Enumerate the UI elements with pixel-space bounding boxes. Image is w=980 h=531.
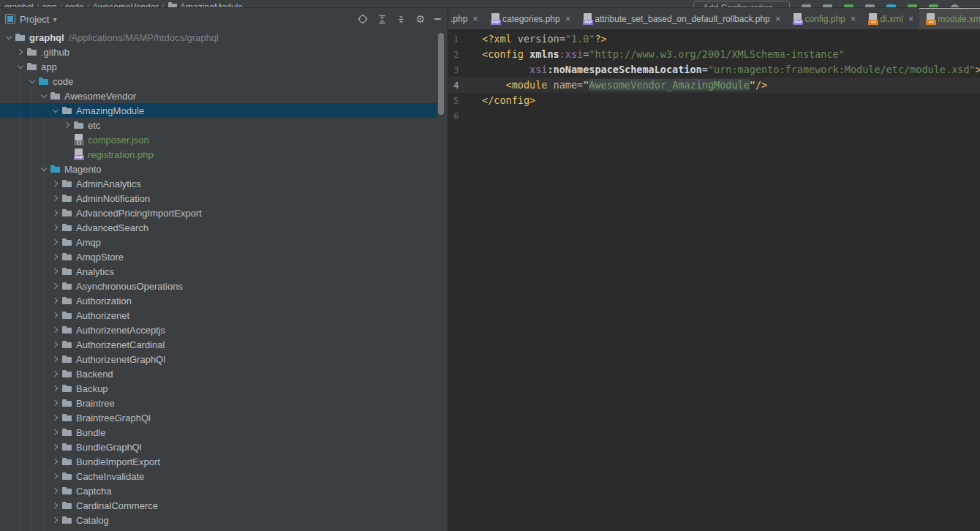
chevron-right-icon[interactable] — [50, 381, 61, 396]
tree-item-AmazingModule[interactable]: AmazingModule — [0, 103, 448, 118]
tree-item-AuthorizenetGraphQl[interactable]: AuthorizenetGraphQl — [0, 352, 448, 366]
tree-item-Braintree[interactable]: Braintree — [0, 396, 448, 410]
breadcrumb-item[interactable]: AwesomeVendor — [92, 2, 159, 8]
tree-item-graphql[interactable]: graphql/Applications/MAMP/htdocs/graphql — [0, 30, 448, 45]
breadcrumb-item[interactable]: graphql — [4, 2, 34, 8]
tree-item-AuthorizenetAcceptjs[interactable]: AuthorizenetAcceptjs — [0, 323, 448, 337]
chevron-right-icon[interactable] — [50, 483, 61, 498]
chevron-right-icon[interactable] — [50, 396, 61, 410]
chevron-right-icon[interactable] — [50, 235, 61, 249]
chevron-right-icon[interactable] — [50, 249, 61, 264]
chevron-down-icon[interactable] — [26, 74, 38, 88]
tree-item-composer.json[interactable]: composer.json — [0, 132, 448, 147]
tree-item-AdminNotification[interactable]: AdminNotification — [0, 191, 448, 206]
chevron-down-icon[interactable] — [38, 162, 50, 176]
dropdown-caret-icon[interactable]: ▾ — [53, 15, 56, 23]
tree-item-AdminAnalytics[interactable]: AdminAnalytics — [0, 176, 448, 191]
settings-gear-icon[interactable]: ⚙ — [415, 15, 425, 24]
tree-item-code[interactable]: code — [0, 74, 448, 88]
code-line-5[interactable]: 5</config> — [448, 93, 980, 108]
chevron-right-icon[interactable] — [50, 527, 61, 531]
close-icon[interactable]: × — [565, 14, 571, 23]
tree-item-AsynchronousOperations[interactable]: AsynchronousOperations — [0, 279, 448, 293]
tree-item-BundleImportExport[interactable]: BundleImportExport — [0, 454, 448, 469]
close-icon[interactable]: × — [908, 14, 914, 23]
tree-item-AwesomeVendor[interactable]: AwesomeVendor — [0, 88, 448, 103]
chevron-right-icon[interactable] — [50, 440, 61, 454]
tree-item-registration.php[interactable]: registration.php — [0, 147, 448, 162]
tree-item-CacheInvalidate[interactable]: CacheInvalidate — [0, 469, 448, 483]
chevron-right-icon[interactable] — [50, 220, 61, 235]
tab-categories.php[interactable]: categories.php× — [484, 8, 576, 29]
breadcrumb-item[interactable]: app — [42, 2, 56, 8]
chevron-right-icon[interactable] — [50, 293, 61, 308]
tree-item-Bundle[interactable]: Bundle — [0, 425, 448, 440]
tab-attribute_set_based_on_default_rollback.php[interactable]: attribute_set_based_on_default_rollback.… — [576, 8, 786, 29]
tree-item-Authorization[interactable]: Authorization — [0, 293, 448, 308]
locate-icon[interactable] — [358, 14, 368, 24]
code-line-6[interactable]: 6 — [448, 108, 980, 124]
chevron-right-icon[interactable] — [50, 337, 61, 352]
tree-item-.github[interactable]: .github — [0, 45, 448, 59]
hide-panel-icon[interactable] — [434, 18, 441, 20]
close-icon[interactable]: × — [851, 14, 856, 23]
chevron-right-icon[interactable] — [50, 498, 61, 513]
code-line-4[interactable]: 4 <module name="AwesomeVendor_AmazingMod… — [448, 78, 980, 93]
code-editor[interactable]: 1<?xml version="1.0"?>2<config xmlns:xsi… — [448, 30, 980, 531]
chevron-right-icon[interactable] — [50, 206, 61, 220]
tree-item-Catalog[interactable]: Catalog — [0, 513, 448, 527]
tab-di.xml[interactable]: di.xml× — [862, 8, 919, 29]
chevron-down-icon[interactable] — [38, 88, 50, 103]
tree-item-Amqp[interactable]: Amqp — [0, 235, 448, 249]
chevron-right-icon[interactable] — [50, 191, 61, 206]
breadcrumb-item[interactable]: AmazingModule — [180, 2, 243, 8]
chevron-right-icon[interactable] — [50, 454, 61, 469]
chevron-right-icon[interactable] — [50, 410, 61, 425]
code-line-2[interactable]: 2<config xmlns:xsi="http://www.w3.org/20… — [448, 47, 980, 62]
tree-item-AuthorizenetCardinal[interactable]: AuthorizenetCardinal — [0, 337, 448, 352]
breadcrumb-item[interactable]: code — [65, 2, 84, 8]
tree-item-app[interactable]: app — [0, 59, 448, 74]
tree-item-Authorizenet[interactable]: Authorizenet — [0, 308, 448, 323]
tree-item-BundleGraphQl[interactable]: BundleGraphQl — [0, 440, 448, 454]
tree-item-etc[interactable]: etc — [0, 118, 448, 132]
chevron-right-icon[interactable] — [50, 323, 61, 337]
chevron-down-icon[interactable] — [3, 30, 15, 45]
chevron-right-icon[interactable] — [50, 469, 61, 483]
tree-item-CardinalCommerce[interactable]: CardinalCommerce — [0, 498, 448, 513]
chevron-right-icon[interactable] — [50, 279, 61, 293]
project-panel-title[interactable]: Project — [20, 14, 49, 25]
tree-item-AdvancedPricingImportExport[interactable]: AdvancedPricingImportExport — [0, 206, 448, 220]
tree-item-Backend[interactable]: Backend — [0, 366, 448, 381]
tree-item-AdvancedSearch[interactable]: AdvancedSearch — [0, 220, 448, 235]
tree-item-Backup[interactable]: Backup — [0, 381, 448, 396]
tree-item-AmqpStore[interactable]: AmqpStore — [0, 249, 448, 264]
chevron-right-icon[interactable] — [61, 118, 73, 132]
tab-php[interactable]: .php× — [448, 8, 484, 29]
chevron-down-icon[interactable] — [15, 59, 26, 74]
chevron-right-icon[interactable] — [50, 352, 61, 366]
tree-item-CatalogAnalytics[interactable]: CatalogAnalytics — [0, 527, 448, 531]
chevron-right-icon[interactable] — [50, 425, 61, 440]
tree-item-Magento[interactable]: Magento — [0, 162, 448, 176]
tree-scrollbar-thumb[interactable] — [438, 33, 444, 115]
add-configuration-button[interactable]: Add Configuration... — [693, 1, 790, 8]
chevron-right-icon[interactable] — [50, 264, 61, 279]
collapse-all-icon[interactable] — [396, 15, 406, 24]
chevron-right-icon[interactable] — [50, 513, 61, 527]
chevron-right-icon[interactable] — [50, 308, 61, 323]
chevron-right-icon[interactable] — [50, 176, 61, 191]
tab-config.php[interactable]: config.php× — [786, 8, 862, 29]
code-line-3[interactable]: 3 xsi:noNamespaceSchemaLocation="urn:mag… — [448, 62, 980, 78]
expand-all-icon[interactable] — [377, 15, 387, 24]
tab-module.xml[interactable]: module.xml× — [919, 8, 980, 29]
close-icon[interactable]: × — [775, 14, 781, 23]
tree-item-BraintreeGraphQl[interactable]: BraintreeGraphQl — [0, 410, 448, 425]
tree-item-Analytics[interactable]: Analytics — [0, 264, 448, 279]
tree-item-Captcha[interactable]: Captcha — [0, 483, 448, 498]
code-line-1[interactable]: 1<?xml version="1.0"?> — [448, 31, 980, 47]
chevron-down-icon[interactable] — [50, 103, 61, 118]
close-icon[interactable]: × — [472, 14, 478, 23]
chevron-right-icon[interactable] — [15, 45, 26, 59]
chevron-right-icon[interactable] — [50, 366, 61, 381]
